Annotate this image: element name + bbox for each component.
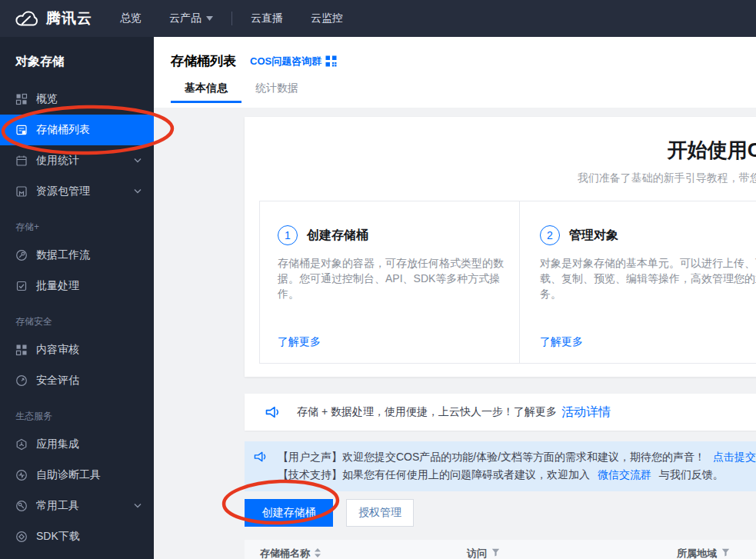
sidebar-item-data-workflow[interactable]: 数据工作流 bbox=[0, 240, 154, 271]
sidebar-item-label: 安全评估 bbox=[36, 374, 79, 388]
tools-icon bbox=[15, 500, 28, 512]
step-2-learn-more-link[interactable]: 了解更多 bbox=[540, 335, 583, 349]
sidebar-item-label: 资源包管理 bbox=[36, 185, 90, 198]
auth-manage-button[interactable]: 授权管理 bbox=[346, 499, 414, 527]
step-2-title: 管理对象 bbox=[569, 228, 618, 244]
guide-heading: 开始使用COS bbox=[245, 137, 756, 164]
step-2-description: 对象是对象存储的基本单元。可以进行上传、下载、复制、预览、编辑等操作，高效管理您… bbox=[540, 255, 756, 301]
filter-icon[interactable] bbox=[721, 548, 730, 557]
megaphone-icon bbox=[254, 451, 268, 484]
guide-step-2: 2 管理对象 对象是对象存储的基本单元。可以进行上传、下载、复制、预览、编辑等操… bbox=[519, 201, 756, 363]
guide-step-1: 1 创建存储桶 存储桶是对象的容器，可存放任何格式类型的数据。您可通过控制台、A… bbox=[260, 201, 519, 363]
sidebar-item-common-tools[interactable]: 常用工具 bbox=[0, 491, 154, 521]
grid-icon bbox=[15, 93, 28, 105]
calendar-icon bbox=[15, 155, 28, 167]
topnav-monitor[interactable]: 云监控 bbox=[311, 12, 343, 25]
step-1-title: 创建存储桶 bbox=[307, 228, 368, 244]
column-access[interactable]: 访问 bbox=[452, 540, 662, 559]
action-buttons: 创建存储桶 授权管理 bbox=[245, 499, 756, 527]
sidebar-item-sdk-download[interactable]: SDK下载 bbox=[0, 521, 154, 552]
promo-notice: 存储 + 数据处理，使用便捷，上云快人一步！了解更多 活动详情 bbox=[245, 394, 756, 431]
content-area: 开始使用COS 我们准备了基础的新手引导教程，带您快速上手对象存储COS。 1 … bbox=[154, 108, 756, 559]
topbar: 腾讯云 总览 云产品 云直播 云监控 bbox=[0, 0, 756, 37]
chevron-down-icon bbox=[134, 503, 142, 508]
topnav-overview-label: 总览 bbox=[120, 12, 142, 25]
topnav-products[interactable]: 云产品 bbox=[169, 12, 213, 25]
sidebar-item-overview[interactable]: 概览 bbox=[0, 84, 154, 115]
create-bucket-button[interactable]: 创建存储桶 bbox=[245, 499, 333, 527]
sidebar-item-key-management[interactable]: 密钥管理 bbox=[0, 552, 154, 559]
column-access-label: 访问 bbox=[467, 547, 487, 559]
promo-notice-text: 存储 + 数据处理，使用便捷，上云快人一步！了解更多 bbox=[297, 405, 557, 419]
tencent-cloud-logo[interactable]: 腾讯云 bbox=[14, 8, 92, 28]
step-2-number-badge: 2 bbox=[540, 225, 560, 245]
sidebar-item-label: 数据工作流 bbox=[36, 248, 90, 262]
chevron-down-icon bbox=[134, 158, 142, 163]
sidebar-item-label: 内容审核 bbox=[36, 343, 79, 357]
hexagon-icon bbox=[15, 438, 28, 451]
sidebar-item-batch-processing[interactable]: 批量处理 bbox=[0, 271, 154, 301]
sidebar-item-security-assessment[interactable]: 安全评估 bbox=[0, 365, 154, 396]
topnav-overview[interactable]: 总览 bbox=[120, 12, 142, 25]
topnav-live-label: 云直播 bbox=[251, 12, 283, 25]
submit-feedback-link[interactable]: 点击提交 bbox=[713, 451, 756, 463]
step-1-number-badge: 1 bbox=[278, 225, 298, 245]
sidebar-title: 对象存储 bbox=[0, 37, 154, 84]
diagnosis-icon bbox=[15, 469, 28, 481]
feedback-line-2-suffix: 与我们反馈。 bbox=[659, 468, 724, 481]
sidebar-item-app-integration[interactable]: 应用集成 bbox=[0, 429, 154, 460]
sidebar-item-label: 常用工具 bbox=[36, 499, 79, 513]
sidebar-item-bucket-list[interactable]: 存储桶列表 bbox=[0, 115, 154, 145]
cos-qa-group-link[interactable]: COS问题咨询群 bbox=[250, 55, 337, 68]
guide-card: 开始使用COS 我们准备了基础的新手引导教程，带您快速上手对象存储COS。 1 … bbox=[245, 117, 756, 377]
sidebar-item-label: 批量处理 bbox=[36, 279, 79, 293]
sidebar-item-label: 概览 bbox=[36, 92, 58, 106]
sidebar-item-self-diagnosis[interactable]: 自助诊断工具 bbox=[0, 460, 154, 491]
workflow-icon bbox=[15, 249, 28, 261]
sidebar-item-label: SDK下载 bbox=[36, 530, 80, 544]
sidebar-item-label: 存储桶列表 bbox=[36, 123, 90, 137]
checkbox-icon bbox=[15, 280, 28, 292]
grid-audit-icon bbox=[15, 344, 28, 356]
feedback-notice: 【用户之声】欢迎您提交COS产品的功能/体验/文档等方面的需求和建议，期待您的声… bbox=[245, 441, 756, 491]
column-region[interactable]: 所属地域 bbox=[662, 540, 756, 559]
caret-down-icon bbox=[206, 16, 213, 21]
sidebar-item-content-audit[interactable]: 内容审核 bbox=[0, 334, 154, 365]
cos-qa-group-label: COS问题咨询群 bbox=[250, 55, 321, 68]
tab-bar: 基本信息 统计数据 bbox=[171, 80, 756, 103]
sidebar-item-usage-stats[interactable]: 使用统计 bbox=[0, 145, 154, 176]
feedback-line-1-text: 【用户之声】欢迎您提交COS产品的功能/体验/文档等方面的需求和建议，期待您的声… bbox=[278, 451, 705, 463]
cloud-logo-icon bbox=[14, 9, 40, 28]
bucket-table-header: 存储桶名称 访问 所属地域 bbox=[245, 540, 756, 559]
topnav-products-label: 云产品 bbox=[169, 12, 201, 25]
tab-basic-info[interactable]: 基本信息 bbox=[171, 80, 241, 103]
column-bucket-name[interactable]: 存储桶名称 bbox=[245, 540, 452, 559]
qr-code-icon bbox=[325, 55, 337, 67]
activity-details-link[interactable]: 活动详情 bbox=[561, 404, 611, 421]
sidebar-group-storage-security: 存储安全 bbox=[0, 301, 154, 334]
guide-steps-box: 1 创建存储桶 存储桶是对象的容器，可存放任何格式类型的数据。您可通过控制台、A… bbox=[259, 201, 756, 364]
topnav-monitor-label: 云监控 bbox=[311, 12, 343, 25]
tab-statistics[interactable]: 统计数据 bbox=[241, 80, 312, 103]
step-1-description: 存储桶是对象的容器，可存放任何格式类型的数据。您可通过控制台、API、SDK等多… bbox=[278, 255, 516, 301]
feedback-line-1: 【用户之声】欢迎您提交COS产品的功能/体验/文档等方面的需求和建议，期待您的声… bbox=[278, 448, 756, 466]
wechat-group-link[interactable]: 微信交流群 bbox=[598, 468, 651, 481]
chevron-down-icon bbox=[134, 188, 142, 194]
sort-icon[interactable] bbox=[315, 548, 321, 557]
sidebar-item-label: 应用集成 bbox=[36, 438, 79, 451]
brand-name: 腾讯云 bbox=[46, 8, 92, 28]
bucket-icon bbox=[15, 124, 28, 136]
page-title: 存储桶列表 bbox=[171, 52, 236, 70]
sdk-icon bbox=[15, 531, 28, 543]
column-bucket-name-label: 存储桶名称 bbox=[260, 547, 310, 559]
sidebar-group-storage-plus: 存储+ bbox=[0, 207, 154, 240]
sidebar-item-label: 使用统计 bbox=[36, 154, 79, 168]
topnav-divider bbox=[231, 12, 232, 25]
filter-icon[interactable] bbox=[491, 548, 500, 557]
main-header: 存储桶列表 COS问题咨询群 基本信息 统计数据 bbox=[154, 37, 756, 108]
topnav-live[interactable]: 云直播 bbox=[251, 12, 283, 25]
step-1-learn-more-link[interactable]: 了解更多 bbox=[278, 335, 321, 349]
sidebar-item-resource-packs[interactable]: 资源包管理 bbox=[0, 176, 154, 207]
package-icon bbox=[15, 185, 28, 198]
megaphone-icon bbox=[265, 405, 281, 419]
